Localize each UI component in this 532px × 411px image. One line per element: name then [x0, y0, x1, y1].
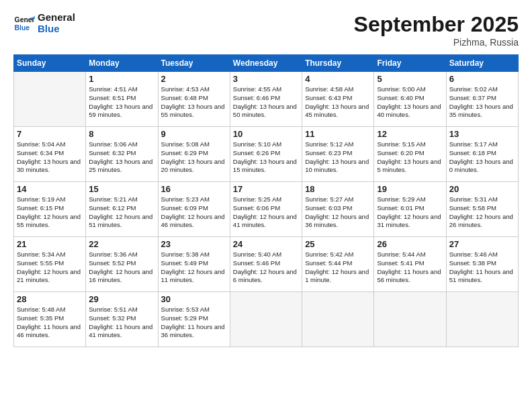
week-row-5: 28Sunrise: 5:48 AM Sunset: 5:35 PM Dayli… — [14, 292, 519, 347]
day-info: Sunrise: 5:46 AM Sunset: 5:38 PM Dayligh… — [449, 250, 515, 285]
logo-blue: Blue — [38, 24, 75, 35]
day-info: Sunrise: 5:23 AM Sunset: 6:09 PM Dayligh… — [161, 195, 227, 230]
calendar-cell: 14Sunrise: 5:19 AM Sunset: 6:15 PM Dayli… — [14, 182, 86, 237]
day-number: 17 — [233, 184, 299, 194]
calendar-cell: 1Sunrise: 4:51 AM Sunset: 6:51 PM Daylig… — [86, 72, 158, 127]
day-info: Sunrise: 4:55 AM Sunset: 6:46 PM Dayligh… — [233, 85, 299, 120]
day-info: Sunrise: 5:12 AM Sunset: 6:23 PM Dayligh… — [305, 140, 371, 175]
day-info: Sunrise: 5:48 AM Sunset: 5:35 PM Dayligh… — [17, 306, 83, 340]
calendar-cell: 2Sunrise: 4:53 AM Sunset: 6:48 PM Daylig… — [158, 72, 230, 127]
day-number: 28 — [17, 294, 83, 304]
day-number: 15 — [89, 184, 154, 194]
day-number: 6 — [449, 74, 515, 84]
day-info: Sunrise: 5:04 AM Sunset: 6:34 PM Dayligh… — [17, 140, 83, 175]
calendar-cell: 27Sunrise: 5:46 AM Sunset: 5:38 PM Dayli… — [446, 237, 518, 292]
calendar-cell: 7Sunrise: 5:04 AM Sunset: 6:34 PM Daylig… — [14, 127, 86, 182]
header: General Blue General Blue September 2025… — [13, 12, 519, 48]
day-number: 24 — [233, 239, 299, 249]
day-info: Sunrise: 5:00 AM Sunset: 6:40 PM Dayligh… — [377, 85, 443, 120]
day-info: Sunrise: 4:58 AM Sunset: 6:43 PM Dayligh… — [305, 85, 371, 120]
day-number: 11 — [305, 129, 371, 139]
day-number: 30 — [161, 294, 227, 304]
day-number: 26 — [377, 239, 443, 249]
week-row-1: 1Sunrise: 4:51 AM Sunset: 6:51 PM Daylig… — [14, 72, 519, 127]
week-row-4: 21Sunrise: 5:34 AM Sunset: 5:55 PM Dayli… — [14, 237, 519, 292]
day-number: 20 — [449, 184, 515, 194]
day-info: Sunrise: 5:29 AM Sunset: 6:01 PM Dayligh… — [377, 195, 443, 230]
day-info: Sunrise: 5:53 AM Sunset: 5:29 PM Dayligh… — [161, 306, 227, 340]
day-number: 23 — [161, 239, 227, 249]
day-info: Sunrise: 5:15 AM Sunset: 6:20 PM Dayligh… — [377, 140, 443, 175]
calendar-cell: 23Sunrise: 5:38 AM Sunset: 5:49 PM Dayli… — [158, 237, 230, 292]
day-info: Sunrise: 5:17 AM Sunset: 6:18 PM Dayligh… — [449, 140, 515, 175]
weekday-header-monday: Monday — [86, 55, 158, 72]
svg-text:Blue: Blue — [15, 24, 30, 31]
calendar-cell — [374, 292, 446, 347]
day-number: 7 — [17, 129, 83, 139]
calendar-cell: 21Sunrise: 5:34 AM Sunset: 5:55 PM Dayli… — [14, 237, 86, 292]
title-block: September 2025 Pizhma, Russia — [354, 12, 519, 48]
weekday-header-tuesday: Tuesday — [158, 55, 230, 72]
calendar-cell: 12Sunrise: 5:15 AM Sunset: 6:20 PM Dayli… — [374, 127, 446, 182]
calendar-cell: 29Sunrise: 5:51 AM Sunset: 5:32 PM Dayli… — [86, 292, 158, 347]
calendar-cell: 17Sunrise: 5:25 AM Sunset: 6:06 PM Dayli… — [230, 182, 302, 237]
day-number: 3 — [233, 74, 299, 84]
calendar-cell: 19Sunrise: 5:29 AM Sunset: 6:01 PM Dayli… — [374, 182, 446, 237]
calendar-cell: 5Sunrise: 5:00 AM Sunset: 6:40 PM Daylig… — [374, 72, 446, 127]
calendar-cell: 8Sunrise: 5:06 AM Sunset: 6:32 PM Daylig… — [86, 127, 158, 182]
location: Pizhma, Russia — [354, 37, 519, 48]
day-info: Sunrise: 5:44 AM Sunset: 5:41 PM Dayligh… — [377, 250, 443, 285]
day-number: 10 — [233, 129, 299, 139]
weekday-header-wednesday: Wednesday — [230, 55, 302, 72]
calendar-cell: 18Sunrise: 5:27 AM Sunset: 6:03 PM Dayli… — [302, 182, 374, 237]
day-info: Sunrise: 5:42 AM Sunset: 5:44 PM Dayligh… — [305, 250, 371, 285]
calendar-cell: 22Sunrise: 5:36 AM Sunset: 5:52 PM Dayli… — [86, 237, 158, 292]
day-number: 2 — [161, 74, 227, 84]
day-info: Sunrise: 5:40 AM Sunset: 5:46 PM Dayligh… — [233, 250, 299, 285]
calendar-cell: 9Sunrise: 5:08 AM Sunset: 6:29 PM Daylig… — [158, 127, 230, 182]
day-number: 9 — [161, 129, 227, 139]
day-number: 21 — [17, 239, 83, 249]
calendar-cell — [446, 292, 518, 347]
day-info: Sunrise: 5:10 AM Sunset: 6:26 PM Dayligh… — [233, 140, 299, 175]
month-title: September 2025 — [354, 12, 519, 37]
calendar-cell: 13Sunrise: 5:17 AM Sunset: 6:18 PM Dayli… — [446, 127, 518, 182]
calendar-cell: 6Sunrise: 5:02 AM Sunset: 6:37 PM Daylig… — [446, 72, 518, 127]
logo: General Blue General Blue — [13, 12, 75, 34]
weekday-header-thursday: Thursday — [302, 55, 374, 72]
day-info: Sunrise: 5:06 AM Sunset: 6:32 PM Dayligh… — [89, 140, 154, 175]
day-info: Sunrise: 5:08 AM Sunset: 6:29 PM Dayligh… — [161, 140, 227, 175]
day-number: 18 — [305, 184, 371, 194]
day-number: 27 — [449, 239, 515, 249]
day-number: 16 — [161, 184, 227, 194]
day-info: Sunrise: 5:31 AM Sunset: 5:58 PM Dayligh… — [449, 195, 515, 230]
calendar-cell: 4Sunrise: 4:58 AM Sunset: 6:43 PM Daylig… — [302, 72, 374, 127]
day-info: Sunrise: 5:25 AM Sunset: 6:06 PM Dayligh… — [233, 195, 299, 230]
day-info: Sunrise: 5:02 AM Sunset: 6:37 PM Dayligh… — [449, 85, 515, 120]
logo-icon: General Blue — [13, 13, 35, 34]
day-number: 13 — [449, 129, 515, 139]
week-row-2: 7Sunrise: 5:04 AM Sunset: 6:34 PM Daylig… — [14, 127, 519, 182]
day-number: 12 — [377, 129, 443, 139]
weekday-header-saturday: Saturday — [446, 55, 518, 72]
logo-general: General — [38, 12, 75, 24]
day-number: 5 — [377, 74, 443, 84]
calendar-cell: 25Sunrise: 5:42 AM Sunset: 5:44 PM Dayli… — [302, 237, 374, 292]
calendar-cell: 16Sunrise: 5:23 AM Sunset: 6:09 PM Dayli… — [158, 182, 230, 237]
weekday-header-friday: Friday — [374, 55, 446, 72]
day-info: Sunrise: 5:19 AM Sunset: 6:15 PM Dayligh… — [17, 195, 83, 230]
calendar-cell: 30Sunrise: 5:53 AM Sunset: 5:29 PM Dayli… — [158, 292, 230, 347]
day-number: 19 — [377, 184, 443, 194]
calendar-table: SundayMondayTuesdayWednesdayThursdayFrid… — [13, 54, 519, 347]
calendar-cell: 26Sunrise: 5:44 AM Sunset: 5:41 PM Dayli… — [374, 237, 446, 292]
calendar-cell — [230, 292, 302, 347]
calendar-cell: 20Sunrise: 5:31 AM Sunset: 5:58 PM Dayli… — [446, 182, 518, 237]
week-row-3: 14Sunrise: 5:19 AM Sunset: 6:15 PM Dayli… — [14, 182, 519, 237]
calendar-cell: 10Sunrise: 5:10 AM Sunset: 6:26 PM Dayli… — [230, 127, 302, 182]
day-number: 22 — [89, 239, 154, 249]
calendar-cell: 15Sunrise: 5:21 AM Sunset: 6:12 PM Dayli… — [86, 182, 158, 237]
day-info: Sunrise: 5:51 AM Sunset: 5:32 PM Dayligh… — [89, 306, 154, 340]
calendar-cell: 11Sunrise: 5:12 AM Sunset: 6:23 PM Dayli… — [302, 127, 374, 182]
day-info: Sunrise: 5:21 AM Sunset: 6:12 PM Dayligh… — [89, 195, 154, 230]
day-info: Sunrise: 4:53 AM Sunset: 6:48 PM Dayligh… — [161, 85, 227, 120]
